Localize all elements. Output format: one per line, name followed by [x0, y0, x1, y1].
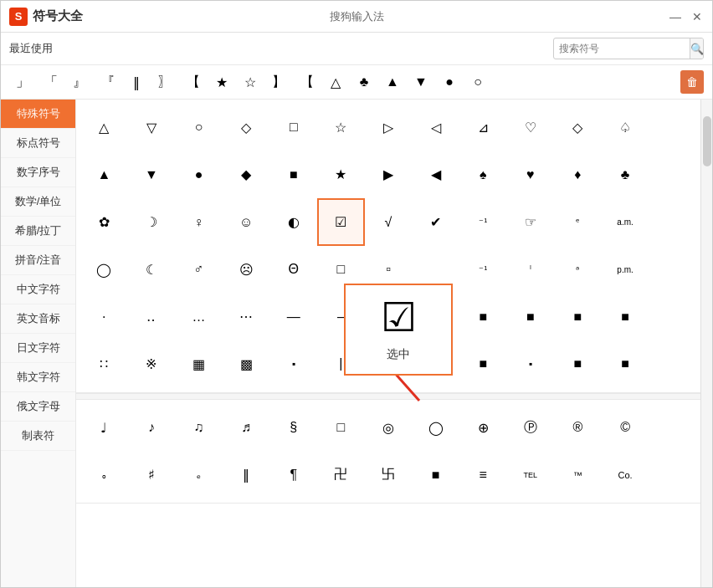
search-icon[interactable]: 🔍	[690, 38, 704, 59]
sym-note2[interactable]: ♪	[128, 404, 176, 452]
sym-sq-blk4[interactable]: ■	[507, 294, 555, 341]
sym-tri-right-open[interactable]: ▷	[365, 104, 413, 151]
sym-heart-open[interactable]: ♡	[507, 104, 555, 151]
sym-extra8[interactable]	[649, 451, 696, 499]
sym-tri-down-open[interactable]: ▽	[128, 104, 176, 151]
sym-check-fill[interactable]: ✔	[412, 198, 459, 246]
sym-extra1[interactable]	[649, 104, 696, 151]
sym-extra2[interactable]	[649, 151, 696, 199]
sym-diamond-open[interactable]: ◇	[223, 104, 270, 151]
recent-sym-3[interactable]: 『	[95, 69, 121, 95]
recent-sym-12[interactable]: ♣	[351, 69, 377, 95]
sym-p-circle[interactable]: Ⓟ	[507, 404, 555, 452]
sym-circle-lg[interactable]: ◯	[80, 246, 128, 294]
sym-dot[interactable]: ·	[80, 294, 128, 341]
sym-pilcrow[interactable]: ¶	[269, 451, 317, 499]
sym-swastika2[interactable]: 卐	[365, 451, 413, 499]
sidebar-item-greek[interactable]: 希腊/拉丁	[1, 217, 75, 246]
recent-sym-13[interactable]: ▲	[379, 69, 406, 95]
recent-sym-14[interactable]: ▼	[408, 69, 434, 95]
sidebar-item-math[interactable]: 数学/单位	[1, 187, 75, 217]
sym-registered[interactable]: ®	[554, 404, 602, 452]
sym-circle-plus[interactable]: ⊕	[459, 404, 507, 452]
sidebar-item-phonetic[interactable]: 英文音标	[1, 304, 75, 334]
sym-note4[interactable]: ♬	[223, 404, 270, 452]
recent-sym-4[interactable]: ‖	[123, 69, 150, 95]
sym-tm[interactable]: ™	[554, 451, 602, 499]
sidebar-item-number[interactable]: 数字序号	[1, 158, 75, 187]
sidebar-item-punctuation[interactable]: 标点符号	[1, 129, 75, 158]
clear-recent-button[interactable]: 🗑	[680, 70, 704, 94]
sym-sq-open[interactable]: □	[317, 404, 365, 452]
sidebar-item-special[interactable]: 特殊符号	[1, 100, 75, 129]
sym-crescent2[interactable]: ☾	[128, 246, 176, 294]
sym-circle-fill[interactable]: ●	[175, 151, 223, 199]
sym-checkbox[interactable]: ☑	[317, 198, 365, 246]
sidebar-item-russian[interactable]: 俄文字母	[1, 392, 75, 422]
sym-3dots[interactable]: …	[175, 294, 223, 341]
sym-tri-right-fill[interactable]: ▶	[365, 151, 413, 199]
sym-sub-e[interactable]: ₑ	[175, 451, 223, 499]
sym-dot-blk[interactable]: ▪	[269, 340, 317, 388]
sym-diamond3-fill[interactable]: ♦	[554, 151, 602, 199]
sym-extra5[interactable]	[649, 294, 696, 341]
sym-swastika[interactable]: 卍	[317, 451, 365, 499]
sym-note1[interactable]: ♩	[80, 404, 128, 452]
sym-tri-left-open[interactable]: ◁	[412, 104, 459, 151]
sym-super-l[interactable]: ˡ	[507, 246, 555, 294]
sidebar-item-japanese[interactable]: 日文字符	[1, 334, 75, 363]
sym-equiv[interactable]: ≡	[459, 451, 507, 499]
sym-reference[interactable]: ※	[128, 340, 176, 388]
sym-female[interactable]: ♀	[175, 198, 223, 246]
minimize-button[interactable]: —	[669, 10, 682, 23]
sym-4dots[interactable]: ⋯	[223, 294, 270, 341]
sym-triangle-open[interactable]: △	[80, 104, 128, 151]
sym-super-e[interactable]: ᵉ	[554, 198, 602, 246]
sym-square-open[interactable]: □	[269, 104, 317, 151]
sym-spade-open[interactable]: ♤	[602, 104, 649, 151]
recent-sym-7[interactable]: ★	[208, 69, 235, 95]
sidebar-item-pinyin[interactable]: 拼音/注音	[1, 246, 75, 275]
sym-triangle-fill[interactable]: ▲	[80, 151, 128, 199]
sym-sub-o[interactable]: ₒ	[80, 451, 128, 499]
recent-sym-1[interactable]: 「	[38, 69, 64, 95]
sidebar-item-chinese[interactable]: 中文字符	[1, 275, 75, 304]
sym-diamond2-open[interactable]: ◇	[554, 104, 602, 151]
sym-sq-blk3[interactable]: ■	[459, 294, 507, 341]
sym-sq-fill[interactable]: ■	[459, 340, 507, 388]
sym-co[interactable]: Co.	[602, 451, 649, 499]
sym-super-a[interactable]: ᵃ	[554, 246, 602, 294]
sym-smile[interactable]: ☺	[223, 198, 270, 246]
sym-flower[interactable]: ✿	[80, 198, 128, 246]
sym-tri-left-fill[interactable]: ◀	[412, 151, 459, 199]
recent-sym-11[interactable]: △	[322, 69, 349, 95]
sym-note3[interactable]: ♫	[175, 404, 223, 452]
sym-spade-fill[interactable]: ♠	[459, 151, 507, 199]
close-button[interactable]: ✕	[690, 10, 704, 23]
sym-double-colon[interactable]: ∷	[80, 340, 128, 388]
sym-extra4[interactable]	[649, 246, 696, 294]
sym-hand-point[interactable]: ☞	[507, 198, 555, 246]
scrollbar-thumb[interactable]	[703, 116, 711, 166]
sym-super-neg2[interactable]: ⁻¹	[459, 246, 507, 294]
sym-square-fill[interactable]: ■	[269, 151, 317, 199]
recent-sym-2[interactable]: 』	[66, 69, 93, 95]
recent-sym-10[interactable]: 【	[294, 69, 321, 95]
sym-section[interactable]: §	[269, 404, 317, 452]
recent-sym-16[interactable]: ○	[464, 69, 491, 95]
recent-sym-9[interactable]: 】	[265, 69, 292, 95]
sym-2dots[interactable]: ‥	[128, 294, 176, 341]
sym-tri-down-fill[interactable]: ▼	[128, 151, 176, 199]
sym-em-dash[interactable]: —	[269, 294, 317, 341]
recent-sym-6[interactable]: 【	[180, 69, 207, 95]
sym-grid[interactable]: ▦	[175, 340, 223, 388]
sym-sq-fill2[interactable]: ■	[554, 340, 602, 388]
sym-sq-fill3[interactable]: ■	[602, 340, 649, 388]
sym-half-circle[interactable]: ◐	[269, 198, 317, 246]
sym-diamond-fill[interactable]: ◆	[223, 151, 270, 199]
search-box[interactable]: 🔍	[553, 38, 704, 59]
sym-sad[interactable]: ☹	[223, 246, 270, 294]
sym-tel[interactable]: TEL	[507, 451, 555, 499]
sym-pm[interactable]: p.m.	[602, 246, 649, 294]
sym-penta-open[interactable]: ⊿	[459, 104, 507, 151]
